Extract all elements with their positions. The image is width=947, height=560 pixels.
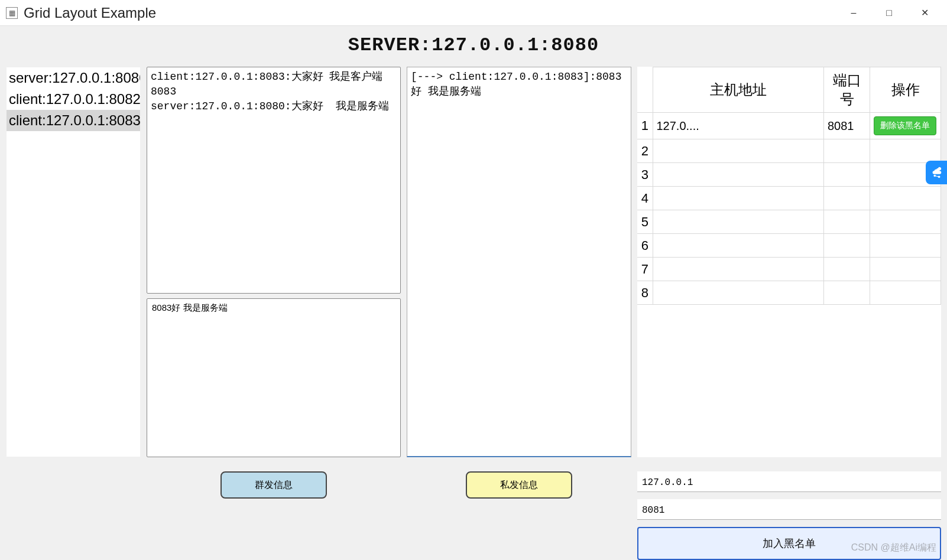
- cell-port: [824, 234, 870, 258]
- blacklist-port-input[interactable]: [637, 499, 941, 520]
- cell-action: [870, 187, 941, 210]
- add-blacklist-button[interactable]: 加入黑名单: [637, 527, 941, 560]
- col-port: 端口号: [824, 67, 870, 113]
- cell-action: [870, 234, 941, 258]
- cell-host: [653, 187, 824, 210]
- blacklist-table[interactable]: 主机地址 端口号 操作 1127.0....8081删除该黑名单2345678: [637, 67, 941, 457]
- row-number: 7: [637, 258, 653, 281]
- maximize-button[interactable]: □: [871, 0, 907, 26]
- table-row[interactable]: 5: [637, 210, 941, 234]
- cell-port: [824, 187, 870, 210]
- cell-host: [653, 258, 824, 281]
- cell-port: [824, 210, 870, 234]
- col-action: 操作: [870, 67, 941, 113]
- table-row[interactable]: 2: [637, 139, 941, 163]
- col-host: 主机地址: [653, 67, 824, 113]
- table-row[interactable]: 6: [637, 234, 941, 258]
- close-button[interactable]: ✕: [907, 0, 942, 26]
- broadcast-log[interactable]: client:127.0.0.1:8083:大家好 我是客户端8083 serv…: [147, 67, 401, 294]
- connections-list[interactable]: server:127.0.0.1:8080 client:127.0.0.1:8…: [6, 67, 141, 457]
- app-icon: ▦: [6, 7, 18, 19]
- cell-port: [824, 258, 870, 281]
- cell-port: [824, 281, 870, 305]
- table-row[interactable]: 4: [637, 187, 941, 210]
- connections-item[interactable]: server:127.0.0.1:8080: [7, 67, 140, 89]
- private-send-button[interactable]: 私发信息: [466, 471, 572, 499]
- minimize-button[interactable]: –: [836, 0, 871, 26]
- table-row[interactable]: 8: [637, 281, 941, 305]
- connections-item[interactable]: client:127.0.0.1:8083: [7, 110, 140, 131]
- cell-action: [870, 281, 941, 305]
- row-number: 4: [637, 187, 653, 210]
- cell-host: [653, 281, 824, 305]
- cell-port: 8081: [824, 113, 870, 139]
- row-number: 5: [637, 210, 653, 234]
- titlebar: ▦ Grid Layout Example – □ ✕: [0, 0, 947, 26]
- table-row[interactable]: 3: [637, 163, 941, 187]
- row-number: 3: [637, 163, 653, 187]
- cell-port: [824, 139, 870, 163]
- cell-action: 删除该黑名单: [870, 113, 941, 139]
- row-number: 6: [637, 234, 653, 258]
- cell-action: [870, 258, 941, 281]
- delete-blacklist-button[interactable]: 删除该黑名单: [874, 116, 936, 135]
- private-log[interactable]: [---> client:127.0.0.1:8083]:8083好 我是服务端: [407, 67, 631, 457]
- server-header: SERVER:127.0.0.1:8080: [0, 26, 947, 67]
- cloud-share-icon[interactable]: [926, 161, 947, 184]
- cell-port: [824, 163, 870, 187]
- window-title: Grid Layout Example: [24, 5, 836, 21]
- table-row[interactable]: 1127.0....8081删除该黑名单: [637, 113, 941, 139]
- row-number: 2: [637, 139, 653, 163]
- cell-host: [653, 210, 824, 234]
- cell-action: [870, 210, 941, 234]
- cell-host: 127.0....: [653, 113, 824, 139]
- table-row[interactable]: 7: [637, 258, 941, 281]
- cell-host: [653, 163, 824, 187]
- connections-item[interactable]: client:127.0.0.1:8082: [7, 89, 140, 110]
- window-controls: – □ ✕: [836, 0, 942, 26]
- table-corner: [637, 67, 653, 113]
- row-number: 1: [637, 113, 653, 139]
- compose-input[interactable]: [147, 298, 401, 457]
- broadcast-button[interactable]: 群发信息: [220, 471, 327, 499]
- cell-host: [653, 139, 824, 163]
- blacklist-host-input[interactable]: [637, 471, 941, 492]
- row-number: 8: [637, 281, 653, 305]
- cell-action: [870, 139, 941, 163]
- cell-host: [653, 234, 824, 258]
